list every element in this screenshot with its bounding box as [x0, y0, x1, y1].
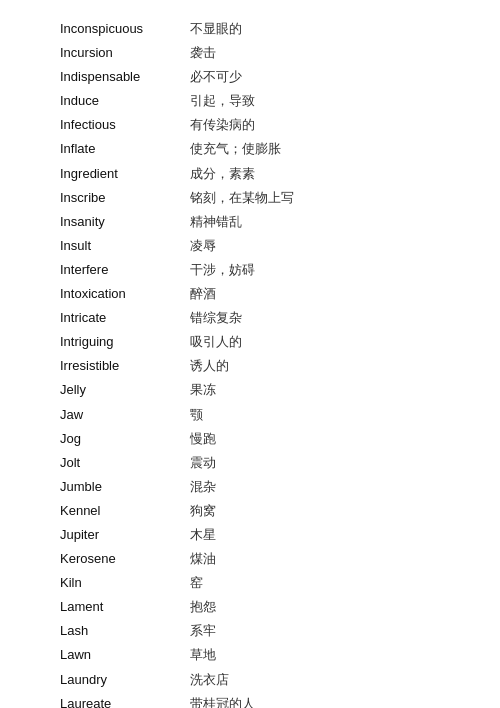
vocab-word: Jog [60, 428, 190, 450]
vocab-meaning: 混杂 [190, 476, 216, 498]
vocab-meaning: 洗衣店 [190, 669, 229, 691]
list-item: Jelly果冻 [60, 379, 470, 401]
list-item: Indispensable必不可少 [60, 66, 470, 88]
vocab-meaning: 必不可少 [190, 66, 242, 88]
list-item: Lash系牢 [60, 620, 470, 642]
vocab-word: Incursion [60, 42, 190, 64]
list-item: Irresistible诱人的 [60, 355, 470, 377]
vocab-word: Jolt [60, 452, 190, 474]
vocab-word: Inflate [60, 138, 190, 160]
vocab-word: Jaw [60, 404, 190, 426]
list-item: Inflate使充气；使膨胀 [60, 138, 470, 160]
vocab-meaning: 系牢 [190, 620, 216, 642]
vocab-word: Insanity [60, 211, 190, 233]
list-item: Jupiter木星 [60, 524, 470, 546]
list-item: Inscribe铭刻，在某物上写 [60, 187, 470, 209]
vocab-meaning: 干涉，妨碍 [190, 259, 255, 281]
vocab-meaning: 狗窝 [190, 500, 216, 522]
list-item: Intoxication醉酒 [60, 283, 470, 305]
vocab-meaning: 使充气；使膨胀 [190, 138, 281, 160]
vocab-word: Intricate [60, 307, 190, 329]
vocab-word: Interfere [60, 259, 190, 281]
vocab-word: Intoxication [60, 283, 190, 305]
list-item: Lawn草地 [60, 644, 470, 666]
vocab-word: Laureate [60, 693, 190, 708]
vocab-word: Jumble [60, 476, 190, 498]
vocab-word: Induce [60, 90, 190, 112]
vocab-meaning: 凌辱 [190, 235, 216, 257]
vocab-meaning: 诱人的 [190, 355, 229, 377]
list-item: Kennel狗窝 [60, 500, 470, 522]
vocab-word: Insult [60, 235, 190, 257]
list-item: Lament抱怨 [60, 596, 470, 618]
vocab-word: Irresistible [60, 355, 190, 377]
vocab-word: Inscribe [60, 187, 190, 209]
list-item: Laureate带桂冠的人 [60, 693, 470, 708]
list-item: Jumble混杂 [60, 476, 470, 498]
list-item: Inconspicuous不显眼的 [60, 18, 470, 40]
vocab-word: Laundry [60, 669, 190, 691]
vocab-meaning: 带桂冠的人 [190, 693, 255, 708]
list-item: Laundry洗衣店 [60, 669, 470, 691]
vocab-word: Inconspicuous [60, 18, 190, 40]
vocab-meaning: 煤油 [190, 548, 216, 570]
vocab-list: Inconspicuous不显眼的Incursion袭击Indispensabl… [60, 18, 470, 708]
vocab-word: Kerosene [60, 548, 190, 570]
vocab-meaning: 醉酒 [190, 283, 216, 305]
list-item: Jaw颚 [60, 404, 470, 426]
vocab-word: Indispensable [60, 66, 190, 88]
vocab-meaning: 果冻 [190, 379, 216, 401]
list-item: Jog慢跑 [60, 428, 470, 450]
list-item: Intricate错综复杂 [60, 307, 470, 329]
vocab-meaning: 震动 [190, 452, 216, 474]
vocab-word: Lash [60, 620, 190, 642]
vocab-meaning: 慢跑 [190, 428, 216, 450]
vocab-meaning: 成分，素素 [190, 163, 255, 185]
vocab-word: Lawn [60, 644, 190, 666]
vocab-word: Intriguing [60, 331, 190, 353]
list-item: Insanity精神错乱 [60, 211, 470, 233]
vocab-meaning: 吸引人的 [190, 331, 242, 353]
list-item: Induce引起，导致 [60, 90, 470, 112]
list-item: Interfere干涉，妨碍 [60, 259, 470, 281]
vocab-word: Ingredient [60, 163, 190, 185]
vocab-meaning: 袭击 [190, 42, 216, 64]
vocab-meaning: 精神错乱 [190, 211, 242, 233]
list-item: Kiln窑 [60, 572, 470, 594]
vocab-word: Lament [60, 596, 190, 618]
vocab-meaning: 错综复杂 [190, 307, 242, 329]
vocab-word: Jelly [60, 379, 190, 401]
list-item: Intriguing吸引人的 [60, 331, 470, 353]
vocab-meaning: 木星 [190, 524, 216, 546]
list-item: Infectious有传染病的 [60, 114, 470, 136]
list-item: Ingredient成分，素素 [60, 163, 470, 185]
list-item: Incursion袭击 [60, 42, 470, 64]
vocab-meaning: 引起，导致 [190, 90, 255, 112]
vocab-word: Kiln [60, 572, 190, 594]
vocab-meaning: 草地 [190, 644, 216, 666]
vocab-meaning: 有传染病的 [190, 114, 255, 136]
vocab-meaning: 抱怨 [190, 596, 216, 618]
vocab-meaning: 不显眼的 [190, 18, 242, 40]
vocab-meaning: 颚 [190, 404, 203, 426]
list-item: Insult凌辱 [60, 235, 470, 257]
vocab-word: Jupiter [60, 524, 190, 546]
list-item: Jolt震动 [60, 452, 470, 474]
vocab-word: Kennel [60, 500, 190, 522]
list-item: Kerosene煤油 [60, 548, 470, 570]
vocab-word: Infectious [60, 114, 190, 136]
vocab-meaning: 铭刻，在某物上写 [190, 187, 294, 209]
vocab-meaning: 窑 [190, 572, 203, 594]
